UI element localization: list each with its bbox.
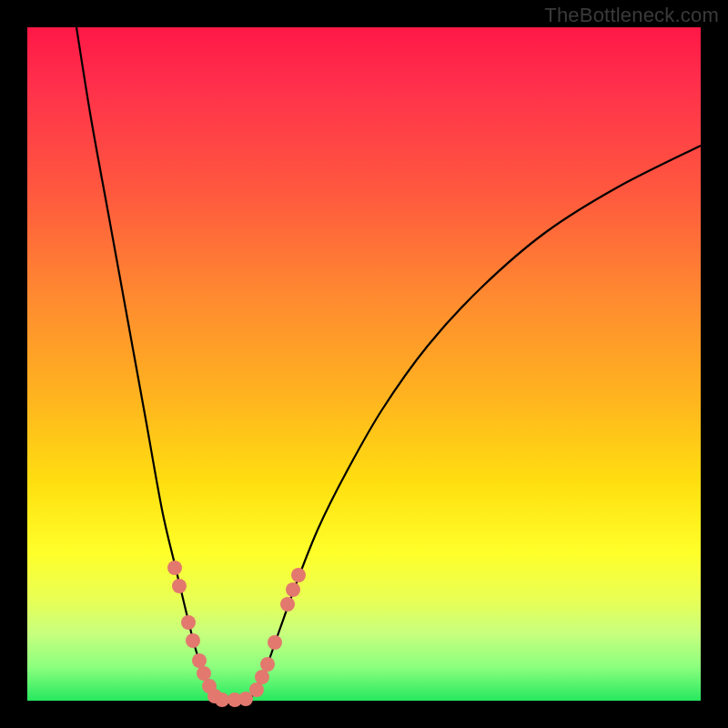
plot-area bbox=[27, 27, 701, 701]
marker-dot bbox=[286, 582, 300, 597]
marker-dot bbox=[268, 635, 282, 650]
chart-frame: TheBottleneck.com bbox=[0, 0, 728, 728]
marker-dot bbox=[181, 615, 196, 630]
marker-dot bbox=[255, 670, 269, 684]
curve-svg bbox=[27, 27, 701, 701]
marker-dot bbox=[197, 666, 211, 681]
marker-dot bbox=[249, 682, 264, 697]
marker-dots bbox=[167, 561, 306, 707]
marker-dot bbox=[192, 653, 207, 668]
marker-dot bbox=[280, 597, 295, 612]
marker-dot bbox=[291, 568, 306, 582]
watermark-text: TheBottleneck.com bbox=[544, 4, 719, 27]
marker-dot bbox=[172, 579, 187, 593]
bottleneck-curve bbox=[76, 27, 701, 700]
marker-dot bbox=[167, 561, 182, 575]
marker-dot bbox=[260, 657, 275, 672]
marker-dot bbox=[186, 633, 200, 648]
marker-dot bbox=[215, 693, 229, 707]
